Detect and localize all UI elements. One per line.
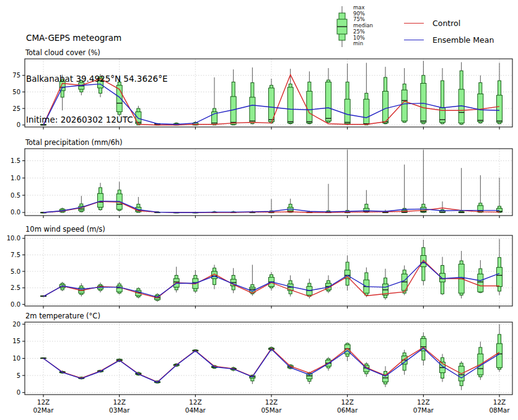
- box-whisker-glyph: [98, 183, 103, 211]
- box-whisker-glyph: [383, 269, 388, 300]
- chart-panel-3: 051015202m temperature (°C): [12, 312, 512, 397]
- axis-text: 0.0: [11, 301, 20, 308]
- box-whisker-glyph: [307, 71, 312, 124]
- inittime-label: Initime: 20260302 12UTC: [26, 113, 167, 126]
- box-whisker-glyph: [288, 69, 293, 125]
- axis-text: 10: [12, 355, 20, 362]
- box-whisker-glyph: [116, 182, 122, 211]
- box-whisker-glyph: [230, 268, 236, 293]
- box-whisker-glyph: [459, 251, 464, 299]
- boxplot-legend: max 90% 75% median 25% 10% min: [335, 5, 373, 48]
- axis-text: 12Z: [189, 398, 202, 406]
- box-whisker-glyph: [269, 199, 274, 212]
- axis-text: 12Z: [37, 398, 50, 406]
- x-axis-labels: 12Z02Mar12Z03Mar12Z04Mar12Z05Mar12Z06Mar…: [33, 398, 510, 414]
- box-whisker-glyph: [497, 324, 503, 372]
- legend-min-label: min: [353, 41, 373, 47]
- box-whisker-glyph: [345, 63, 350, 125]
- axis-text: 5.0: [11, 268, 20, 275]
- box-whisker-glyph: [345, 150, 350, 212]
- axis-text: 0: [17, 389, 20, 396]
- axis-text: 15: [12, 338, 20, 344]
- box-whisker-glyph: [345, 255, 350, 290]
- axis-text: 50: [12, 89, 20, 95]
- box-whisker-glyph: [440, 68, 446, 125]
- axis-text: 10.0: [7, 235, 20, 242]
- axis-text: 25: [12, 105, 20, 112]
- box-whisker-glyph: [326, 184, 331, 212]
- box-whisker-glyph: [326, 275, 331, 293]
- axis-text: 5: [17, 372, 20, 379]
- axis-text: 1.0: [11, 175, 20, 182]
- box-whisker-glyph: [459, 361, 464, 390]
- box-whisker-glyph: [459, 168, 464, 212]
- box-whisker-glyph: [421, 61, 426, 125]
- location-label: Balkanabat 39.4925°N 54.3626°E: [26, 72, 167, 85]
- box-whisker-glyph: [364, 268, 369, 297]
- boxplot-legend-glyph: [335, 5, 349, 48]
- axis-text: 12Z: [417, 398, 430, 406]
- box-whisker-glyph: [288, 199, 293, 212]
- ensemble-label: Ensemble Mean: [432, 35, 494, 45]
- axis-text: 7.5: [11, 252, 20, 258]
- axis-text: 08Mar: [489, 406, 510, 414]
- axis-text: 06Mar: [337, 406, 358, 414]
- boxplot-legend-labels: max 90% 75% median 25% 10% min: [353, 5, 373, 48]
- control-legend-item: Control: [404, 15, 494, 32]
- axis-text: 0.0: [11, 209, 20, 216]
- box-whisker-glyph: [212, 77, 217, 125]
- box-whisker-glyph: [440, 257, 446, 295]
- axis-text: 12Z: [265, 398, 278, 406]
- panel-border: [25, 235, 512, 306]
- axis-text: 12Z: [341, 398, 354, 406]
- box-whisker-glyph: [478, 260, 483, 293]
- axis-text: 12Z: [113, 398, 126, 406]
- axis-text: 03Mar: [109, 406, 130, 414]
- box-whisker-glyph: [326, 68, 331, 123]
- ensemble-legend-item: Ensemble Mean: [404, 32, 494, 48]
- box-whisker-glyph: [383, 366, 388, 387]
- box-whisker-glyph: [478, 341, 483, 380]
- box-whisker-glyph: [402, 165, 407, 212]
- axis-text: 75: [12, 72, 20, 79]
- axis-text: 1.5: [11, 157, 20, 164]
- panel-title: 10m wind speed (m/s): [25, 225, 105, 234]
- box-whisker-glyph: [230, 69, 236, 125]
- axis-text: 2.5: [11, 284, 20, 291]
- header: CMA-GEPS meteogram Balkanabat 39.4925°N …: [26, 4, 167, 154]
- line-legend: Control Ensemble Mean: [404, 15, 494, 48]
- box-whisker-glyph: [421, 150, 426, 212]
- axis-text: 0.5: [11, 192, 20, 199]
- box-whisker-glyph: [478, 76, 483, 124]
- box-whisker-glyph: [497, 239, 503, 295]
- page-title: CMA-GEPS meteogram: [26, 31, 167, 45]
- control-label: Control: [432, 19, 460, 28]
- box-whisker-glyph: [459, 62, 464, 125]
- box-whisker-glyph: [402, 68, 407, 123]
- chart-panel-2: 0.02.55.07.510.010m wind speed (m/s): [7, 225, 512, 308]
- box-whisker-glyph: [497, 63, 503, 124]
- axis-text: 0: [17, 121, 20, 128]
- axis-text: 12Z: [493, 398, 506, 406]
- axis-text: 20: [12, 321, 20, 328]
- box-whisker-glyph: [478, 175, 483, 212]
- control-line-swatch: [404, 23, 424, 24]
- axis-text: 05Mar: [261, 406, 282, 414]
- box-whisker-glyph: [364, 63, 369, 125]
- meteogram-app: 0255075Total cloud cover (%)0.00.51.01.5…: [0, 0, 518, 420]
- box-whisker-glyph: [250, 68, 255, 125]
- box-whisker-glyph: [79, 196, 84, 212]
- box-whisker-glyph: [364, 190, 369, 212]
- axis-text: 07Mar: [413, 406, 434, 414]
- box-whisker-glyph: [173, 267, 179, 293]
- panel-title: 2m temperature (°C): [25, 312, 100, 320]
- axis-text: 02Mar: [33, 406, 54, 414]
- axis-text: 04Mar: [185, 406, 206, 414]
- ensemble-line-swatch: [404, 40, 424, 40]
- box-whisker-glyph: [193, 270, 198, 293]
